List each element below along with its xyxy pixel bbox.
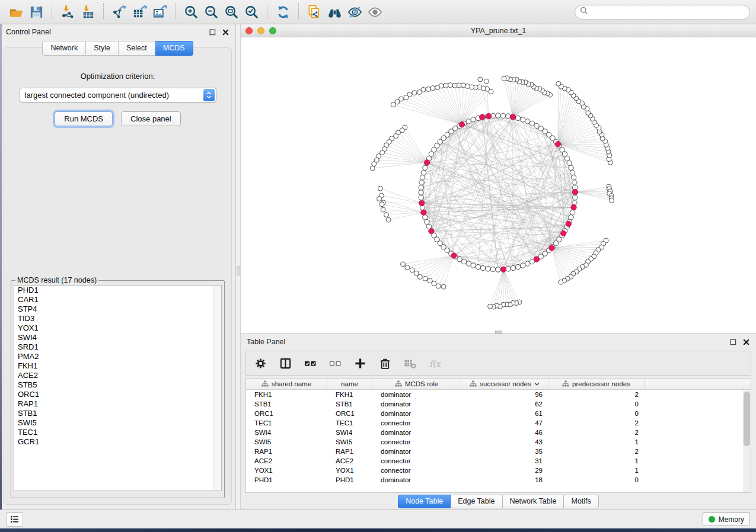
table-row[interactable]: STB1STB1dominator620 [246,399,751,409]
table-cell[interactable]: SWI5 [246,437,327,447]
optimization-criterion-select[interactable]: largest connected component (undirected) [20,88,216,102]
import-network-button[interactable] [58,2,78,21]
tab-edge-table[interactable]: Edge Table [451,495,502,508]
float-window-icon[interactable] [729,338,737,346]
memory-button[interactable]: Memory [703,512,750,526]
table-cell[interactable]: ORC1 [327,409,372,418]
search-input[interactable] [591,8,745,16]
deselect-all-rows-button[interactable] [328,356,342,370]
close-panel-icon[interactable] [222,28,229,36]
search-box[interactable] [575,5,750,20]
table-cell[interactable]: TEC1 [246,418,327,428]
search-binoculars-button[interactable] [324,2,344,21]
table-cell[interactable]: 62 [461,399,548,409]
table-cell[interactable]: RAP1 [246,447,327,456]
table-row[interactable]: ORC1ORC1dominator610 [246,409,751,418]
table-cell[interactable]: STB1 [327,399,372,409]
table-row[interactable]: ACE2ACE2connector311 [246,456,751,466]
tab-mcds[interactable]: MCDS [155,41,193,56]
mcds-result-item[interactable]: TID3 [14,314,221,323]
close-panel-icon[interactable] [742,338,750,346]
table-cell[interactable]: ACE2 [246,456,327,466]
table-cell[interactable]: 2 [548,447,645,456]
column-header-shared-name[interactable]: shared name [246,379,327,389]
table-cell[interactable]: YOX1 [246,466,327,475]
table-cell[interactable]: dominator [372,390,461,399]
table-cell[interactable]: 18 [461,475,548,485]
mcds-result-item[interactable]: STB5 [14,380,221,390]
export-network-button[interactable] [109,2,129,21]
mcds-result-item[interactable]: YOX1 [14,323,221,333]
network-canvas[interactable] [241,37,756,334]
tab-node-table[interactable]: Node Table [398,495,451,508]
table-cell[interactable]: FKH1 [246,390,327,399]
table-row[interactable]: TEC1TEC1connector472 [246,418,751,428]
table-cell[interactable]: 61 [461,409,548,418]
mcds-result-item[interactable]: STP4 [14,305,221,314]
mcds-result-item[interactable]: STB1 [14,409,221,418]
mcds-result-item[interactable]: RAP1 [14,399,221,409]
mcds-result-item[interactable]: SRD1 [14,342,221,352]
table-cell[interactable]: RAP1 [327,447,372,456]
table-cell[interactable]: 96 [461,390,548,399]
table-cell[interactable]: 1 [548,437,645,447]
table-cell[interactable]: SWI4 [327,428,372,437]
mcds-result-item[interactable]: SWI4 [14,333,221,342]
table-cell[interactable]: ACE2 [327,456,372,466]
table-cell[interactable]: 1 [548,466,645,475]
table-cell[interactable]: 46 [461,428,548,437]
table-cell[interactable]: ORC1 [246,409,327,418]
table-cell[interactable]: YOX1 [327,466,372,475]
table-cell[interactable]: SWI4 [246,428,327,437]
network-graph[interactable] [241,37,756,334]
table-cell[interactable]: connector [372,418,461,428]
mcds-list-scrollbar[interactable] [213,286,221,491]
column-header-name[interactable]: name [327,379,372,389]
table-cell[interactable]: 47 [461,418,548,428]
table-row[interactable]: FKH1FKH1dominator962 [246,390,751,399]
mcds-result-item[interactable]: SWI5 [14,418,221,428]
table-row[interactable]: SWI4SWI4dominator462 [246,428,751,437]
mcds-result-item[interactable]: GCR1 [14,437,221,447]
table-cell[interactable]: dominator [372,409,461,418]
table-cell[interactable]: 0 [548,475,645,485]
mcds-result-item[interactable]: CAR1 [14,295,221,305]
tab-network-table[interactable]: Network Table [503,495,564,508]
hide-network-button[interactable] [344,2,365,21]
table-cell[interactable]: 1 [548,456,645,466]
column-header-predecessor-nodes[interactable]: predecessor nodes [548,379,645,389]
mcds-result-item[interactable]: ACE2 [14,371,221,380]
table-cell[interactable]: 2 [548,428,645,437]
refresh-layout-button[interactable] [273,2,293,21]
mcds-result-item[interactable]: ORC1 [14,390,221,399]
column-settings-gear-button[interactable] [253,356,267,370]
network-table-splitter-grip[interactable] [495,331,502,334]
table-cell[interactable]: dominator [372,447,461,456]
mcds-result-item[interactable]: FKH1 [14,361,221,371]
splitter-grip[interactable] [237,266,240,275]
table-cell[interactable]: 0 [548,409,645,418]
panel-splitter[interactable] [236,24,241,509]
table-cell[interactable]: PHD1 [327,475,372,485]
table-row[interactable]: RAP1RAP1dominator352 [246,447,751,456]
task-history-button[interactable] [6,512,23,527]
table-scrollbar-thumb[interactable] [744,392,750,446]
mcds-result-item[interactable]: PHD1 [14,286,221,295]
export-table-button[interactable] [129,2,149,21]
zoom-in-button[interactable] [181,2,201,21]
mcds-result-list[interactable]: PHD1CAR1STP4TID3YOX1SWI4SRD1PMA2FKH1ACE2… [14,285,222,491]
table-cell[interactable]: PHD1 [246,475,327,485]
table-row[interactable]: YOX1YOX1connector291 [246,466,751,475]
mcds-result-item[interactable]: PMA2 [14,352,221,361]
zoom-out-button[interactable] [201,2,221,21]
table-cell[interactable]: dominator [372,399,461,409]
float-window-icon[interactable] [209,28,216,36]
table-cell[interactable]: dominator [372,475,461,485]
table-cell[interactable]: dominator [372,428,461,437]
table-cell[interactable]: STB1 [246,399,327,409]
tab-network[interactable]: Network [42,41,86,56]
tab-select[interactable]: Select [119,41,155,56]
show-columns-button[interactable] [278,356,292,370]
save-session-button[interactable] [26,2,46,21]
column-header-MCDS-role[interactable]: MCDS role [372,379,461,389]
